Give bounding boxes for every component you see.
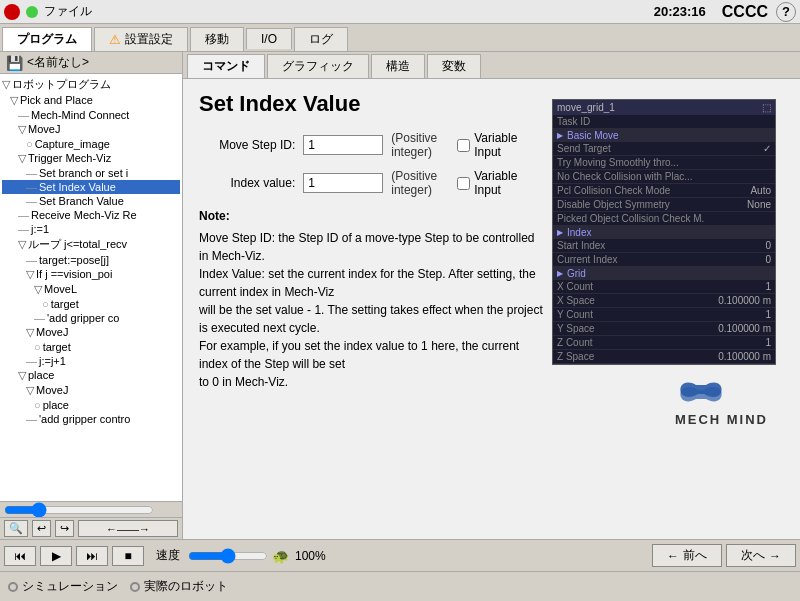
- preview-expand[interactable]: ⬚: [762, 102, 771, 113]
- tab-settings[interactable]: ⚠ 設置設定: [94, 27, 188, 51]
- tree-item-11[interactable]: ▽ループ j<=total_recv: [2, 236, 180, 253]
- real-robot-label: 実際のロボット: [144, 578, 228, 595]
- next-button[interactable]: 次へ →: [726, 544, 796, 567]
- left-content: Set Index Value Move Step ID: (Positive …: [199, 91, 544, 527]
- preview-box: move_grid_1 ⬚ Task ID Basic Move Send Ta…: [552, 99, 776, 365]
- redo-button[interactable]: ↪: [55, 520, 74, 537]
- tree-item-22[interactable]: ○place: [2, 398, 180, 412]
- simulation-radio[interactable]: [8, 582, 18, 592]
- tree-item-19[interactable]: —j:=j+1: [2, 354, 180, 368]
- next-label: 次へ: [741, 547, 765, 564]
- tab-log[interactable]: ログ: [294, 27, 348, 51]
- tree-item-12[interactable]: —target:=pose[j]: [2, 253, 180, 267]
- speed-slider[interactable]: [188, 548, 268, 564]
- tab-program[interactable]: プログラム: [2, 27, 92, 51]
- play-button[interactable]: ▶: [40, 546, 72, 566]
- move-step-variable-checkbox[interactable]: [457, 139, 470, 152]
- app-title: ファイル: [44, 3, 654, 20]
- note-line-3: For example, if you set the index value …: [199, 337, 544, 373]
- tree-item-18[interactable]: ○target: [2, 340, 180, 354]
- tree-item-23[interactable]: —'add gripper contro: [2, 412, 180, 426]
- tree-item-14[interactable]: ▽MoveL: [2, 282, 180, 297]
- tree-item-20[interactable]: ▽place: [2, 368, 180, 383]
- simulation-status[interactable]: シミュレーション: [8, 578, 118, 595]
- preview-row-yspace: Y Space 0.100000 m: [553, 322, 775, 336]
- filename-label: <名前なし>: [27, 54, 89, 71]
- tree-item-8[interactable]: —Set Branch Value: [2, 194, 180, 208]
- stop-button[interactable]: ■: [112, 546, 144, 566]
- tree-item-21[interactable]: ▽MoveJ: [2, 383, 180, 398]
- preview-row-xcount: X Count 1: [553, 280, 775, 294]
- real-robot-radio[interactable]: [130, 582, 140, 592]
- preview-row-ycount: Y Count 1: [553, 308, 775, 322]
- tree-item-10[interactable]: —j:=1: [2, 222, 180, 236]
- tree-scroll[interactable]: [4, 504, 154, 516]
- real-robot-status[interactable]: 実際のロボット: [130, 578, 228, 595]
- tree-item-2[interactable]: —Mech-Mind Connect: [2, 108, 180, 122]
- preview-basic-move[interactable]: Basic Move: [553, 129, 775, 142]
- mechmind-logo: MECH MIND: [675, 377, 768, 427]
- move-step-label: Move Step ID:: [199, 138, 295, 152]
- tree-item-16[interactable]: —'add gripper co: [2, 311, 180, 325]
- tab-io[interactable]: I/O: [246, 28, 292, 49]
- tab-move[interactable]: 移動: [190, 27, 244, 51]
- preview-grid[interactable]: Grid: [553, 267, 775, 280]
- index-value-hint: (Positive integer): [391, 169, 437, 197]
- rewind-button[interactable]: ⏮: [4, 546, 36, 566]
- tree-item-9[interactable]: —Receive Mech-Viz Re: [2, 208, 180, 222]
- speed-label: 速度: [156, 547, 180, 564]
- note-section: Note: Move Step ID: the Step ID of a mov…: [199, 207, 544, 391]
- index-value-label: Index value:: [199, 176, 295, 190]
- preview-index[interactable]: Index: [553, 226, 775, 239]
- zoom-in-button[interactable]: 🔍: [4, 520, 28, 537]
- note-line-4: to 0 in Mech-Viz.: [199, 373, 544, 391]
- content-area: Set Index Value Move Step ID: (Positive …: [183, 79, 800, 539]
- next-arrow: →: [769, 549, 781, 563]
- index-value-row: Index value: (Positive integer) Variable…: [199, 169, 544, 197]
- cmd-tab-graphic[interactable]: グラフィック: [267, 54, 369, 78]
- cmd-tab-structure[interactable]: 構造: [371, 54, 425, 78]
- cmd-tab-command[interactable]: コマンド: [187, 54, 265, 78]
- user-label: CCCC: [722, 3, 768, 21]
- prev-button[interactable]: ← 前へ: [652, 544, 722, 567]
- tree-item-17[interactable]: ▽MoveJ: [2, 325, 180, 340]
- preview-row-zcount: Z Count 1: [553, 336, 775, 350]
- warn-icon: ⚠: [109, 32, 121, 47]
- help-button[interactable]: ?: [776, 2, 796, 22]
- preview-title: move_grid_1: [557, 102, 615, 113]
- prev-label: 前へ: [683, 547, 707, 564]
- bottom-toolbar: ⏮ ▶ ⏭ ■ 速度 🐢 100% ← 前へ 次へ →: [0, 539, 800, 571]
- tree-item-1[interactable]: ▽Pick and Place: [2, 93, 180, 108]
- titlebar: ファイル 20:23:16 CCCC ?: [0, 0, 800, 24]
- preview-row-try-moving: Try Moving Smoothly thro...: [553, 156, 775, 170]
- tree-item-4[interactable]: ○Capture_image: [2, 137, 180, 151]
- tree-item-5[interactable]: ▽Trigger Mech-Viz: [2, 151, 180, 166]
- tree-toolbar: 🔍 ↩ ↪ ←——→: [0, 517, 182, 539]
- section-title: Set Index Value: [199, 91, 544, 117]
- save-icon[interactable]: 💾: [6, 55, 23, 71]
- forward-button[interactable]: ⏭: [76, 546, 108, 566]
- cmd-tab-variable[interactable]: 変数: [427, 54, 481, 78]
- tree-item-15[interactable]: ○target: [2, 297, 180, 311]
- left-panel: 💾 <名前なし> ▽ロボットプログラム▽Pick and Place—Mech-…: [0, 52, 183, 539]
- tree-item-3[interactable]: ▽MoveJ: [2, 122, 180, 137]
- tree-item-13[interactable]: ▽If j ==vision_poi: [2, 267, 180, 282]
- move-step-variable-label: Variable Input: [474, 131, 544, 159]
- index-value-input[interactable]: [303, 173, 383, 193]
- index-value-variable-checkbox[interactable]: [457, 177, 470, 190]
- preview-task-label: Task ID: [557, 116, 717, 127]
- cmd-tabbar: コマンド グラフィック 構造 変数: [183, 52, 800, 79]
- undo-button[interactable]: ↩: [32, 520, 51, 537]
- note-line-2: will be the set value - 1. The setting t…: [199, 301, 544, 337]
- move-step-input[interactable]: [303, 135, 383, 155]
- tree-item-0[interactable]: ▽ロボットプログラム: [2, 76, 180, 93]
- preview-row-send-target: Send Target ✓: [553, 142, 775, 156]
- preview-task-value: [717, 116, 771, 127]
- logo-area: MECH MIND: [552, 373, 776, 431]
- tree-item-7[interactable]: —Set Index Value: [2, 180, 180, 194]
- tree-item-6[interactable]: —Set branch or set i: [2, 166, 180, 180]
- right-panel: コマンド グラフィック 構造 変数 Set Index Value Move S…: [183, 52, 800, 539]
- move-button[interactable]: ←——→: [78, 520, 178, 537]
- note-line-1: Index Value: set the current index for t…: [199, 265, 544, 301]
- index-value-variable-group: Variable Input: [457, 169, 544, 197]
